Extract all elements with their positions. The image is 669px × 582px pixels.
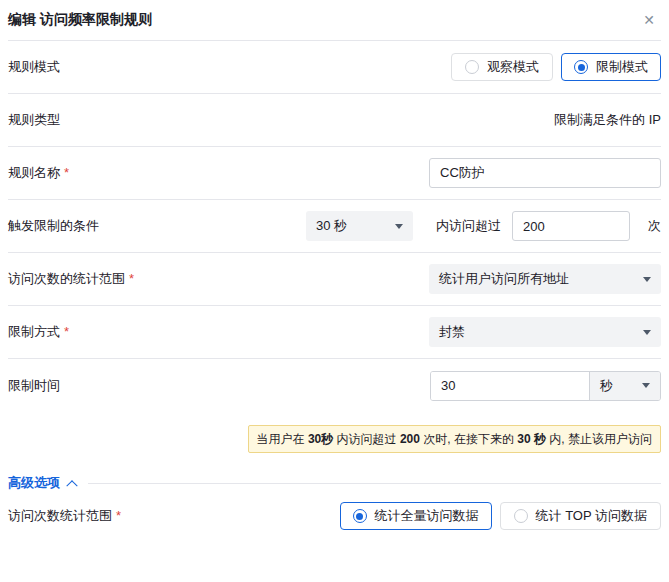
trigger-condition-controls: 30 秒 内访问超过 次 <box>306 211 661 241</box>
radio-unchecked-icon <box>465 60 479 74</box>
rule-type-value: 限制满足条件的 IP <box>554 111 661 129</box>
limit-method-row: 限制方式* 封禁 <box>8 306 661 359</box>
rule-summary-banner: 当用户在 30秒 内访问超过 200 次时, 在接下来的 30 秒 内, 禁止该… <box>248 425 661 453</box>
trigger-condition-label: 触发限制的条件 <box>8 217 99 235</box>
rule-name-label-text: 规则名称 <box>8 165 60 180</box>
limit-method-select[interactable]: 封禁 <box>429 317 661 347</box>
radio-checked-icon <box>574 60 588 74</box>
limit-method-select-value: 封禁 <box>439 323 465 341</box>
stat-scope-label: 访问次数的统计范围* <box>8 270 134 288</box>
summary-text: 内访问超过 <box>333 432 400 446</box>
rule-mode-label: 规则模式 <box>8 58 60 76</box>
stat-range-label: 访问次数统计范围* <box>8 507 121 525</box>
stat-scope-label-text: 访问次数的统计范围 <box>8 271 125 286</box>
advanced-options-toggle[interactable]: 高级选项 <box>8 474 60 492</box>
limit-mode-label: 限制模式 <box>596 58 648 76</box>
rule-name-label: 规则名称* <box>8 164 69 182</box>
summary-ban-time-value: 30 秒 <box>517 432 546 446</box>
rule-name-input[interactable] <box>429 158 661 188</box>
close-icon[interactable]: ✕ <box>637 11 661 29</box>
count-input[interactable] <box>512 211 630 241</box>
top-data-label: 统计 TOP 访问数据 <box>536 507 647 525</box>
rule-mode-radio-group: 观察模式 限制模式 <box>451 53 661 81</box>
required-asterisk: * <box>64 324 69 339</box>
stat-scope-select[interactable]: 统计用户访问所有地址 <box>429 264 661 294</box>
edit-rate-limit-rule-dialog: 编辑 访问频率限制规则 ✕ 规则模式 观察模式 限制模式 规则类型 限制满足条件… <box>0 0 669 582</box>
required-asterisk: * <box>64 165 69 180</box>
dialog-header: 编辑 访问频率限制规则 ✕ <box>8 0 661 41</box>
limit-time-unit-select[interactable]: 秒 <box>589 372 660 400</box>
summary-text: 次时, 在接下来的 <box>420 432 517 446</box>
rule-mode-row: 规则模式 观察模式 限制模式 <box>8 41 661 94</box>
stat-range-radio-group: 统计全量访问数据 统计 TOP 访问数据 <box>340 502 661 530</box>
radio-checked-icon <box>353 509 367 523</box>
advanced-options-row: 高级选项 <box>8 474 661 492</box>
divider-line <box>88 483 661 484</box>
dialog-title: 编辑 访问频率限制规则 <box>8 11 152 29</box>
summary-period-value: 30秒 <box>308 432 333 446</box>
required-asterisk: * <box>129 271 134 286</box>
limit-time-row: 限制时间 秒 <box>8 359 661 412</box>
limit-time-unit-value: 秒 <box>600 377 613 395</box>
limit-time-group: 秒 <box>430 371 661 401</box>
observe-mode-label: 观察模式 <box>487 58 539 76</box>
top-data-radio-button[interactable]: 统计 TOP 访问数据 <box>500 502 661 530</box>
rule-type-label: 规则类型 <box>8 111 60 129</box>
trigger-middle-text: 内访问超过 <box>436 217 501 235</box>
limit-time-label: 限制时间 <box>8 377 60 395</box>
stat-scope-row: 访问次数的统计范围* 统计用户访问所有地址 <box>8 253 661 306</box>
full-data-radio-button[interactable]: 统计全量访问数据 <box>340 502 492 530</box>
limit-method-label-text: 限制方式 <box>8 324 60 339</box>
chevron-up-icon[interactable] <box>66 480 77 491</box>
period-select[interactable]: 30 秒 <box>306 211 413 241</box>
full-data-label: 统计全量访问数据 <box>375 507 479 525</box>
summary-text: 当用户在 <box>257 432 308 446</box>
radio-unchecked-icon <box>514 509 528 523</box>
chevron-down-icon <box>643 330 651 335</box>
chevron-down-icon <box>643 277 651 282</box>
rule-type-row: 规则类型 限制满足条件的 IP <box>8 94 661 147</box>
summary-text: 内, 禁止该用户访问 <box>546 432 652 446</box>
stat-range-label-text: 访问次数统计范围 <box>8 508 112 523</box>
chevron-down-icon <box>395 224 403 229</box>
limit-mode-radio-button[interactable]: 限制模式 <box>561 53 661 81</box>
required-asterisk: * <box>116 508 121 523</box>
limit-time-input[interactable] <box>431 372 589 400</box>
trigger-unit-text: 次 <box>648 217 661 235</box>
period-select-value: 30 秒 <box>316 217 347 235</box>
stat-scope-select-value: 统计用户访问所有地址 <box>439 270 569 288</box>
summary-count-value: 200 <box>400 432 420 446</box>
stat-range-row: 访问次数统计范围* 统计全量访问数据 统计 TOP 访问数据 <box>8 501 661 531</box>
observe-mode-radio-button[interactable]: 观察模式 <box>451 53 553 81</box>
rule-name-row: 规则名称* <box>8 147 661 200</box>
trigger-condition-row: 触发限制的条件 30 秒 内访问超过 次 <box>8 200 661 253</box>
chevron-down-icon <box>642 383 650 388</box>
rule-summary-wrap: 当用户在 30秒 内访问超过 200 次时, 在接下来的 30 秒 内, 禁止该… <box>8 425 661 453</box>
limit-method-label: 限制方式* <box>8 323 69 341</box>
